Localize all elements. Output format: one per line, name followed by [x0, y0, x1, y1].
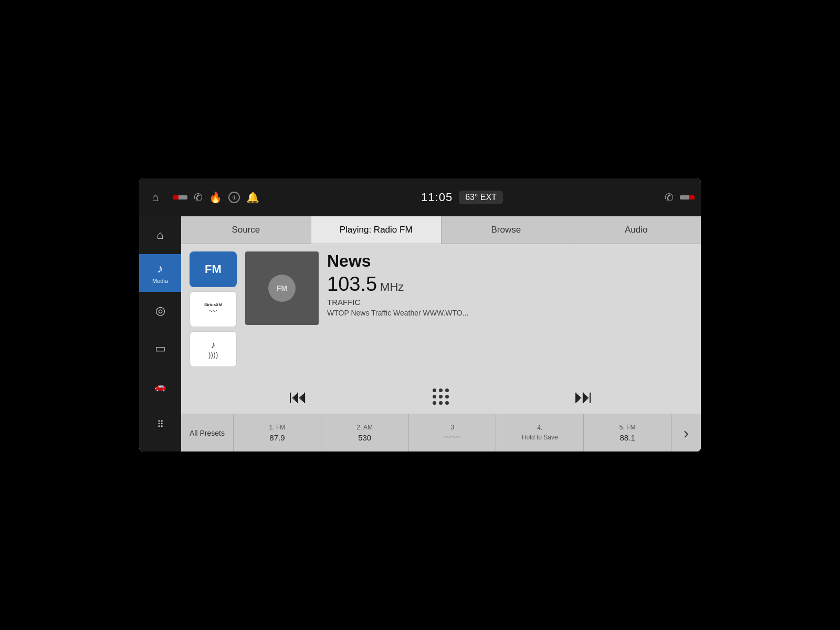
status-indicators: ✆ 🔥 ① 🔔	[173, 191, 259, 204]
next-icon: ⏭	[574, 386, 593, 408]
dot-4	[433, 395, 436, 398]
sidebar-item-apps[interactable]: ⠿	[139, 405, 181, 443]
sound-wave-icon: ))))	[208, 351, 218, 359]
preset-item-3[interactable]: 3 〰〰	[409, 414, 497, 452]
track-category: TRAFFIC	[327, 298, 692, 307]
fire-icon: 🔥	[209, 191, 222, 204]
apps-sidebar-icon: ⠿	[157, 418, 164, 430]
content-panel: Source Playing: Radio FM Browse Audio FM	[181, 216, 701, 452]
playback-controls: ⏮ ⏭	[181, 380, 701, 414]
preset-3-label: 3	[450, 424, 454, 431]
sirius-wave-icon: 〰	[209, 307, 217, 317]
phone-icon-right: ✆	[665, 191, 674, 204]
track-info: News 103.5 MHz TRAFFIC WTOP News Traffic…	[327, 251, 692, 376]
status-left: ⌂ ✆ 🔥 ① 🔔	[145, 187, 259, 207]
all-presets-label: All Presets	[190, 429, 225, 437]
home-sidebar-icon: ⌂	[156, 228, 163, 242]
home-button[interactable]: ⌂	[145, 187, 165, 207]
phone-icon: ✆	[194, 191, 203, 204]
fm-label: FM	[205, 262, 222, 276]
source-buttons: FM SiriusXM 〰 ♪ ))))	[190, 251, 237, 376]
dot-7	[433, 401, 436, 405]
preset-1-label: 1. FM	[269, 424, 286, 431]
home-icon: ⌂	[152, 191, 159, 204]
preset-3-animation-icon: 〰〰	[444, 433, 460, 443]
sidebar-item-home[interactable]: ⌂	[139, 216, 181, 254]
siriusxm-source-button[interactable]: SiriusXM 〰	[190, 291, 237, 327]
keypad-button[interactable]	[433, 388, 449, 405]
sidebar-item-car[interactable]: 🚗	[139, 368, 181, 405]
sidebar-media-label: Media	[152, 278, 168, 284]
bluetooth-source-button[interactable]: ♪ ))))	[190, 331, 237, 367]
tab-audio[interactable]: Audio	[571, 216, 701, 244]
sirius-label: SiriusXM	[204, 302, 222, 307]
track-title: News	[327, 251, 692, 271]
status-right: ✆	[665, 191, 695, 204]
preset-item-5[interactable]: 5. FM 88.1	[584, 414, 671, 452]
dot-6	[445, 395, 449, 398]
preset-item-2[interactable]: 2. AM 530	[321, 414, 409, 452]
preset-5-value: 88.1	[620, 433, 635, 442]
status-bar: ⌂ ✆ 🔥 ① 🔔 11:05 63° EXT ✆	[139, 178, 701, 216]
presets-next-button[interactable]: ›	[671, 414, 701, 452]
status-center: 11:05 63° EXT	[421, 191, 503, 204]
temperature-display: 63° EXT	[459, 191, 503, 204]
clock-display: 11:05	[421, 191, 453, 204]
dot-8	[439, 401, 443, 405]
car-sidebar-icon: 🚗	[154, 381, 166, 392]
track-description: WTOP News Traffic Weather WWW.WTO...	[327, 309, 692, 317]
tab-browse[interactable]: Browse	[442, 216, 572, 244]
sidebar: ⌂ ♪ Media ◎ ▭ 🚗 ⠿	[139, 216, 181, 452]
preset-2-label: 2. AM	[356, 424, 373, 431]
music-note-icon: ♪	[211, 340, 216, 351]
hold-to-save-label: Hold to Save	[522, 434, 558, 442]
tab-playing[interactable]: Playing: Radio FM	[311, 216, 442, 244]
fm-source-button[interactable]: FM	[190, 251, 237, 287]
preset-item-1[interactable]: 1. FM 87.9	[234, 414, 321, 452]
prev-icon: ⏮	[289, 386, 308, 408]
phone-sidebar-icon: ▭	[155, 342, 166, 355]
notification-bell-icon: 🔔	[246, 191, 259, 204]
frequency-unit: MHz	[380, 280, 404, 294]
frequency-value: 103.5	[327, 273, 377, 296]
sidebar-item-phone[interactable]: ▭	[139, 330, 181, 368]
now-playing-area: FM SiriusXM 〰 ♪ )))) FM	[181, 244, 701, 380]
preset-5-label: 5. FM	[620, 424, 636, 431]
preset-1-value: 87.9	[269, 433, 285, 442]
dot-2	[439, 388, 443, 392]
chevron-right-icon: ›	[684, 424, 689, 442]
dot-9	[445, 401, 449, 405]
nav-sidebar-icon: ◎	[155, 304, 165, 318]
signal-bar-left	[173, 195, 187, 200]
signal-bar-right	[680, 195, 695, 200]
alert-number: ①	[232, 195, 237, 201]
track-frequency: 103.5 MHz	[327, 273, 692, 296]
tab-source[interactable]: Source	[181, 216, 311, 244]
next-button[interactable]: ⏭	[568, 384, 600, 410]
all-presets-button[interactable]: All Presets	[181, 414, 234, 452]
dot-3	[445, 388, 449, 392]
car-infotainment-screen: ⌂ ✆ 🔥 ① 🔔 11:05 63° EXT ✆ ⌂	[139, 178, 701, 452]
tab-bar: Source Playing: Radio FM Browse Audio	[181, 216, 701, 244]
sidebar-item-media[interactable]: ♪ Media	[139, 254, 181, 292]
alert-circle: ①	[228, 192, 240, 203]
music-sidebar-icon: ♪	[158, 262, 163, 276]
preset-4-label: 4.	[537, 424, 542, 432]
dot-1	[433, 388, 436, 392]
album-art: FM	[245, 251, 319, 325]
previous-button[interactable]: ⏮	[282, 384, 314, 410]
fm-art-circle: FM	[268, 275, 296, 302]
sidebar-item-nav[interactable]: ◎	[139, 292, 181, 330]
preset-item-4[interactable]: 4. Hold to Save	[496, 414, 584, 452]
dot-5	[439, 395, 443, 398]
preset-2-value: 530	[358, 433, 371, 442]
presets-bar: All Presets 1. FM 87.9 2. AM 530 3 〰〰 4.…	[181, 414, 701, 452]
main-area: ⌂ ♪ Media ◎ ▭ 🚗 ⠿ Source	[139, 216, 701, 452]
